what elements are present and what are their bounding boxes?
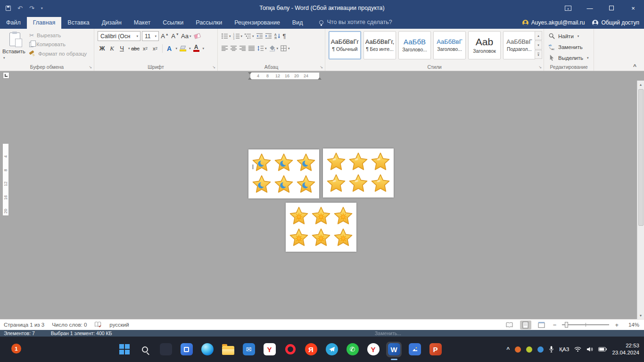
change-case-button[interactable]: Аа▾ bbox=[181, 31, 191, 41]
taskbar-telegram[interactable] bbox=[325, 343, 338, 356]
multilevel-list-button[interactable]: ▾ bbox=[244, 31, 255, 41]
start-button[interactable] bbox=[118, 343, 131, 356]
share-button[interactable]: Общий доступ bbox=[592, 19, 639, 26]
underline-button[interactable]: Ч bbox=[117, 43, 126, 53]
customize-qat-icon[interactable]: ▾ bbox=[41, 6, 43, 10]
taskbar-explorer[interactable] bbox=[222, 343, 234, 356]
zoom-out-button[interactable]: − bbox=[552, 321, 558, 329]
find-button[interactable]: Найти▾ bbox=[548, 33, 579, 40]
borders-button[interactable]: ▾ bbox=[280, 43, 290, 53]
document-page-3[interactable] bbox=[286, 203, 356, 252]
ribbon-display-options-button[interactable]: ▴ bbox=[557, 0, 579, 16]
volume-icon[interactable] bbox=[586, 346, 593, 352]
clear-formatting-button[interactable] bbox=[193, 31, 202, 41]
bold-button[interactable]: Ж bbox=[98, 43, 107, 53]
tab-references[interactable]: Ссылки bbox=[157, 17, 190, 29]
tab-home[interactable]: Главная bbox=[27, 17, 62, 29]
tab-design[interactable]: Дизайн bbox=[96, 17, 128, 29]
style-card-heading2[interactable]: АаБбВвГЗаголово... bbox=[433, 31, 466, 59]
taskbar-app-blue[interactable] bbox=[180, 343, 193, 356]
tab-selector-button[interactable] bbox=[3, 72, 9, 79]
taskbar-yandex[interactable]: Y bbox=[263, 343, 276, 356]
taskbar-mail[interactable]: ✉ bbox=[242, 343, 255, 356]
web-layout-button[interactable] bbox=[536, 321, 547, 329]
taskbar-yandex-2[interactable]: Y bbox=[367, 343, 380, 356]
clipboard-dialog-launcher[interactable]: ↘ bbox=[89, 65, 92, 69]
replace-button[interactable]: abacЗаменить bbox=[548, 43, 583, 50]
first-line-indent-marker[interactable] bbox=[248, 72, 252, 74]
page-indicator[interactable]: Страница 1 из 3 bbox=[4, 322, 44, 328]
taskbar-edge[interactable] bbox=[201, 343, 214, 356]
line-spacing-button[interactable]: ▾ bbox=[256, 43, 267, 53]
minimize-button[interactable]: — bbox=[579, 0, 601, 16]
zoom-in-button[interactable]: + bbox=[614, 321, 619, 329]
close-button[interactable]: × bbox=[622, 0, 644, 16]
shrink-font-button[interactable]: А▼ bbox=[171, 31, 180, 41]
notification-badge[interactable]: 1 bbox=[11, 344, 21, 354]
proofing-icon[interactable] bbox=[94, 321, 102, 328]
print-layout-button[interactable] bbox=[520, 321, 531, 329]
maximize-button[interactable] bbox=[601, 0, 622, 16]
taskbar-opera[interactable] bbox=[284, 343, 297, 356]
style-card-no-spacing[interactable]: АаБбВвГг,¶ Без инте... bbox=[363, 31, 396, 59]
italic-button[interactable]: К bbox=[107, 43, 116, 53]
show-marks-button[interactable]: ¶ bbox=[282, 31, 287, 41]
tray-app-blue-icon[interactable] bbox=[537, 346, 544, 353]
text-effects-button[interactable]: А bbox=[165, 43, 174, 53]
taskbar-word[interactable]: W bbox=[388, 343, 400, 356]
style-card-title[interactable]: AabЗаголовок bbox=[468, 31, 501, 59]
tab-view[interactable]: Вид bbox=[286, 17, 309, 29]
taskbar-photos[interactable] bbox=[408, 343, 421, 356]
cut-button[interactable]: ✂Вырезать bbox=[29, 33, 87, 38]
tab-mailings[interactable]: Рассылки bbox=[190, 17, 228, 29]
decrease-indent-button[interactable] bbox=[256, 31, 264, 41]
font-color-button[interactable]: А bbox=[192, 43, 201, 53]
zoom-level[interactable]: 14% bbox=[624, 322, 639, 328]
taskbar-yandex-browser[interactable]: Я bbox=[305, 343, 317, 356]
shading-button[interactable]: ▾ bbox=[268, 43, 279, 53]
taskbar-powerpoint[interactable]: P bbox=[429, 343, 442, 356]
document-page-1[interactable] bbox=[248, 149, 319, 198]
align-left-button[interactable] bbox=[221, 43, 229, 53]
language-indicator[interactable]: русский bbox=[109, 322, 129, 328]
word-count[interactable]: Число слов: 0 bbox=[52, 322, 87, 328]
highlight-dropdown-icon[interactable]: ▾ bbox=[189, 47, 191, 50]
tab-review[interactable]: Рецензирование bbox=[228, 17, 286, 29]
tray-app-orange-icon[interactable] bbox=[515, 346, 521, 353]
horizontal-ruler[interactable]: 4 8 12 16 20 24 bbox=[250, 73, 319, 79]
paste-dropdown-icon[interactable]: ▾ bbox=[3, 56, 5, 59]
save-icon[interactable] bbox=[6, 6, 11, 11]
paragraph-dialog-launcher[interactable]: ↘ bbox=[320, 65, 323, 69]
format-painter-button[interactable]: Формат по образцу bbox=[29, 50, 87, 57]
zoom-slider[interactable] bbox=[562, 324, 609, 325]
account-button[interactable]: Auyes.akgul@mail.ru bbox=[522, 19, 585, 26]
taskbar-app-dark[interactable] bbox=[159, 343, 172, 356]
clock[interactable]: 22:53 23.04.2024 bbox=[612, 342, 639, 356]
numbering-button[interactable]: 123▾ bbox=[232, 31, 243, 41]
style-card-heading1[interactable]: АаБбВЗаголово... bbox=[398, 31, 431, 59]
grow-font-button[interactable]: А▲ bbox=[160, 31, 169, 41]
hidden-icons-chevron[interactable]: ^ bbox=[506, 346, 510, 353]
font-color-dropdown-icon[interactable]: ▾ bbox=[203, 47, 205, 50]
justify-button[interactable] bbox=[248, 43, 256, 53]
hanging-indent-marker[interactable] bbox=[248, 77, 252, 80]
increase-indent-button[interactable] bbox=[264, 31, 272, 41]
font-name-combo[interactable]: Calibri (Осн▾ bbox=[98, 31, 140, 41]
scroll-down-icon[interactable]: ▼ bbox=[637, 312, 644, 319]
strikethrough-button[interactable]: abc bbox=[131, 43, 140, 53]
language-switch[interactable]: ҚАЗ bbox=[559, 346, 569, 352]
tell-me-box[interactable]: Что вы хотите сделать? bbox=[319, 19, 392, 29]
font-size-combo[interactable]: 11▾ bbox=[142, 31, 159, 41]
document-canvas[interactable]: 4 8 12 16 20 ▲ ▼ bbox=[0, 81, 644, 319]
redo-icon[interactable]: ↷ bbox=[29, 5, 34, 12]
tab-insert[interactable]: Вставка bbox=[61, 17, 95, 29]
undo-icon[interactable]: ↶ bbox=[17, 5, 23, 12]
highlight-button[interactable] bbox=[178, 43, 187, 53]
tray-app-green-icon[interactable] bbox=[526, 346, 532, 353]
vertical-scrollbar[interactable]: ▲ ▼ bbox=[637, 81, 644, 319]
tab-file[interactable]: Файл bbox=[0, 17, 27, 29]
taskbar-whatsapp[interactable]: ✆ bbox=[346, 343, 359, 356]
taskbar-search-button[interactable] bbox=[139, 343, 151, 356]
scrollbar-thumb[interactable] bbox=[638, 89, 644, 226]
style-card-subtitle[interactable]: АаБбВвГПодзагол... bbox=[503, 31, 536, 59]
